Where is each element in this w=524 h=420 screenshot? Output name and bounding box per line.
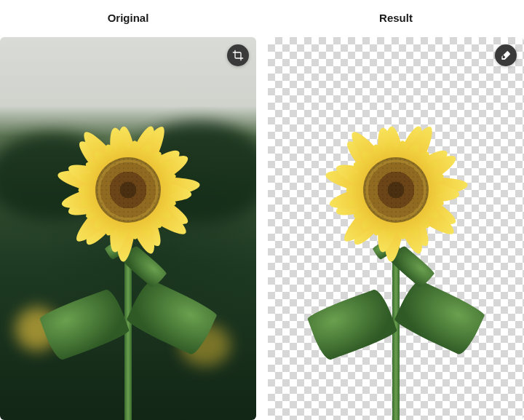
original-title: Original [0, 0, 256, 37]
original-image-box [0, 37, 256, 420]
result-panel: Result [268, 0, 524, 420]
eraser-icon [500, 49, 512, 61]
original-image [0, 37, 256, 420]
result-title: Result [268, 0, 524, 37]
crop-button[interactable] [227, 44, 249, 66]
result-image-box [268, 37, 524, 420]
eraser-button[interactable] [495, 44, 517, 66]
crop-icon [232, 49, 244, 61]
comparison-container: Original [0, 0, 524, 420]
original-panel: Original [0, 0, 256, 420]
result-image [268, 37, 524, 420]
sunflower-cutout [268, 37, 524, 420]
